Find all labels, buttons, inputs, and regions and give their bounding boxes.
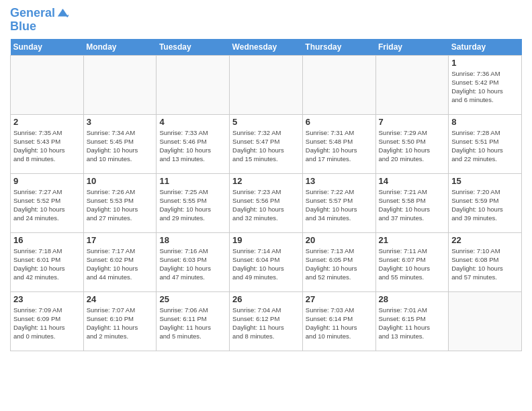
day-number: 21 <box>379 235 446 245</box>
day-cell: 14Sunrise: 7:21 AM Sunset: 5:58 PM Dayli… <box>375 173 449 232</box>
day-info: Sunrise: 7:36 AM Sunset: 5:42 PM Dayligh… <box>451 69 519 105</box>
day-number: 4 <box>159 117 226 127</box>
day-info: Sunrise: 7:29 AM Sunset: 5:50 PM Dayligh… <box>379 128 446 164</box>
day-number: 9 <box>13 176 81 186</box>
day-number: 18 <box>159 235 226 245</box>
day-cell <box>302 55 375 114</box>
day-info: Sunrise: 7:28 AM Sunset: 5:51 PM Dayligh… <box>451 128 519 164</box>
day-number: 2 <box>13 117 81 127</box>
day-cell <box>375 55 449 114</box>
day-info: Sunrise: 7:21 AM Sunset: 5:58 PM Dayligh… <box>379 187 446 223</box>
logo: General Blue <box>10 7 69 34</box>
day-cell: 28Sunrise: 7:01 AM Sunset: 6:15 PM Dayli… <box>375 291 449 351</box>
day-cell <box>230 55 303 114</box>
day-number: 22 <box>451 235 519 245</box>
day-info: Sunrise: 7:09 AM Sunset: 6:09 PM Dayligh… <box>13 306 81 341</box>
day-number: 26 <box>232 294 300 304</box>
day-cell: 25Sunrise: 7:06 AM Sunset: 6:11 PM Dayli… <box>157 291 230 351</box>
day-cell: 18Sunrise: 7:16 AM Sunset: 6:03 PM Dayli… <box>157 232 230 291</box>
day-info: Sunrise: 7:27 AM Sunset: 5:52 PM Dayligh… <box>13 187 81 223</box>
day-number: 25 <box>159 294 226 304</box>
day-info: Sunrise: 7:07 AM Sunset: 6:10 PM Dayligh… <box>87 306 154 341</box>
day-cell: 12Sunrise: 7:23 AM Sunset: 5:56 PM Dayli… <box>230 173 303 232</box>
day-cell: 22Sunrise: 7:10 AM Sunset: 6:08 PM Dayli… <box>449 232 522 291</box>
day-cell: 7Sunrise: 7:29 AM Sunset: 5:50 PM Daylig… <box>375 114 449 173</box>
day-number: 16 <box>13 235 81 245</box>
day-info: Sunrise: 7:03 AM Sunset: 6:14 PM Dayligh… <box>306 306 373 341</box>
day-info: Sunrise: 7:20 AM Sunset: 5:59 PM Dayligh… <box>451 187 519 223</box>
day-info: Sunrise: 7:33 AM Sunset: 5:46 PM Dayligh… <box>159 128 226 164</box>
day-info: Sunrise: 7:32 AM Sunset: 5:47 PM Dayligh… <box>232 128 300 164</box>
day-info: Sunrise: 7:17 AM Sunset: 6:02 PM Dayligh… <box>87 246 154 282</box>
day-cell: 9Sunrise: 7:27 AM Sunset: 5:52 PM Daylig… <box>11 173 84 232</box>
day-info: Sunrise: 7:04 AM Sunset: 6:12 PM Dayligh… <box>232 306 300 341</box>
day-cell <box>83 55 157 114</box>
day-info: Sunrise: 7:26 AM Sunset: 5:53 PM Dayligh… <box>87 187 154 223</box>
day-cell: 13Sunrise: 7:22 AM Sunset: 5:57 PM Dayli… <box>302 173 375 232</box>
day-number: 12 <box>232 176 300 186</box>
day-info: Sunrise: 7:31 AM Sunset: 5:48 PM Dayligh… <box>306 128 373 164</box>
day-info: Sunrise: 7:01 AM Sunset: 6:15 PM Dayligh… <box>379 306 446 341</box>
calendar-header: General Blue <box>10 7 522 34</box>
logo-text: General <box>10 7 55 20</box>
day-number: 10 <box>87 176 154 186</box>
day-number: 3 <box>87 117 154 127</box>
day-info: Sunrise: 7:18 AM Sunset: 6:01 PM Dayligh… <box>13 246 81 282</box>
day-cell: 19Sunrise: 7:14 AM Sunset: 6:04 PM Dayli… <box>230 232 303 291</box>
day-number: 11 <box>159 176 226 186</box>
day-number: 19 <box>232 235 300 245</box>
header-sunday: Sunday <box>11 39 84 56</box>
day-info: Sunrise: 7:16 AM Sunset: 6:03 PM Dayligh… <box>159 246 226 282</box>
header-monday: Monday <box>83 39 157 56</box>
day-info: Sunrise: 7:25 AM Sunset: 5:55 PM Dayligh… <box>159 187 226 223</box>
day-number: 17 <box>87 235 154 245</box>
header-thursday: Thursday <box>302 39 375 56</box>
day-cell: 24Sunrise: 7:07 AM Sunset: 6:10 PM Dayli… <box>83 291 157 351</box>
day-cell: 27Sunrise: 7:03 AM Sunset: 6:14 PM Dayli… <box>302 291 375 351</box>
day-cell <box>449 291 522 351</box>
day-number: 5 <box>232 117 300 127</box>
header-wednesday: Wednesday <box>230 39 303 56</box>
day-number: 15 <box>451 176 519 186</box>
day-number: 8 <box>451 117 519 127</box>
calendar-table: Sunday Monday Tuesday Wednesday Thursday… <box>10 39 522 351</box>
header-friday: Friday <box>375 39 449 56</box>
day-info: Sunrise: 7:06 AM Sunset: 6:11 PM Dayligh… <box>159 306 226 341</box>
day-cell: 10Sunrise: 7:26 AM Sunset: 5:53 PM Dayli… <box>83 173 157 232</box>
day-cell: 3Sunrise: 7:34 AM Sunset: 5:45 PM Daylig… <box>83 114 157 173</box>
header-saturday: Saturday <box>449 39 522 56</box>
day-number: 6 <box>306 117 373 127</box>
day-cell: 26Sunrise: 7:04 AM Sunset: 6:12 PM Dayli… <box>230 291 303 351</box>
day-number: 7 <box>379 117 446 127</box>
day-cell: 5Sunrise: 7:32 AM Sunset: 5:47 PM Daylig… <box>230 114 303 173</box>
header-tuesday: Tuesday <box>157 39 230 56</box>
day-info: Sunrise: 7:23 AM Sunset: 5:56 PM Dayligh… <box>232 187 300 223</box>
day-cell: 8Sunrise: 7:28 AM Sunset: 5:51 PM Daylig… <box>449 114 522 173</box>
day-info: Sunrise: 7:22 AM Sunset: 5:57 PM Dayligh… <box>306 187 373 223</box>
day-number: 1 <box>451 58 519 68</box>
day-cell: 15Sunrise: 7:20 AM Sunset: 5:59 PM Dayli… <box>449 173 522 232</box>
day-number: 27 <box>306 294 373 304</box>
day-number: 28 <box>379 294 446 304</box>
day-info: Sunrise: 7:34 AM Sunset: 5:45 PM Dayligh… <box>87 128 154 164</box>
day-cell <box>11 55 84 114</box>
day-cell: 21Sunrise: 7:11 AM Sunset: 6:07 PM Dayli… <box>375 232 449 291</box>
day-info: Sunrise: 7:13 AM Sunset: 6:05 PM Dayligh… <box>306 246 373 282</box>
day-number: 20 <box>306 235 373 245</box>
day-cell: 6Sunrise: 7:31 AM Sunset: 5:48 PM Daylig… <box>302 114 375 173</box>
day-cell: 1Sunrise: 7:36 AM Sunset: 5:42 PM Daylig… <box>449 55 522 114</box>
logo-icon <box>56 7 69 19</box>
day-cell: 17Sunrise: 7:17 AM Sunset: 6:02 PM Dayli… <box>83 232 157 291</box>
day-cell <box>157 55 230 114</box>
day-number: 24 <box>87 294 154 304</box>
day-cell: 2Sunrise: 7:35 AM Sunset: 5:43 PM Daylig… <box>11 114 84 173</box>
day-info: Sunrise: 7:10 AM Sunset: 6:08 PM Dayligh… <box>451 246 519 282</box>
day-cell: 16Sunrise: 7:18 AM Sunset: 6:01 PM Dayli… <box>11 232 84 291</box>
logo-text-blue: Blue <box>10 19 36 33</box>
day-cell: 4Sunrise: 7:33 AM Sunset: 5:46 PM Daylig… <box>157 114 230 173</box>
day-info: Sunrise: 7:14 AM Sunset: 6:04 PM Dayligh… <box>232 246 300 282</box>
day-number: 23 <box>13 294 81 304</box>
day-number: 14 <box>379 176 446 186</box>
main-container: General Blue Sunday Monday Tuesday We <box>0 0 532 355</box>
day-info: Sunrise: 7:35 AM Sunset: 5:43 PM Dayligh… <box>13 128 81 164</box>
